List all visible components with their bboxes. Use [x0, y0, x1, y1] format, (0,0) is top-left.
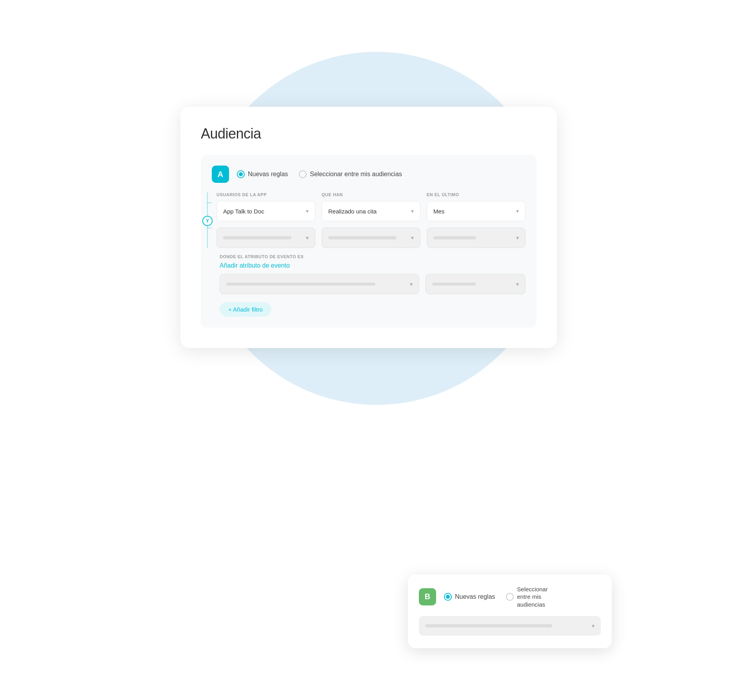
- radio-mis-audiencias-b[interactable]: Seleccionar entre mis audiencias: [506, 585, 561, 609]
- add-filter-button[interactable]: + Añadir filtro: [220, 302, 271, 317]
- placeholder-bar-3: [433, 236, 476, 239]
- radio-circle-b-1: [444, 593, 452, 601]
- event-attr-placeholder-1: [226, 283, 375, 286]
- filter-col-2-2: ▾: [322, 228, 420, 248]
- radio-mis-audiencias-a[interactable]: Seleccionar entre mis audiencias: [299, 170, 402, 178]
- group-b-header: B Nuevas reglas Seleccionar entre mis au…: [419, 585, 601, 609]
- group-b-select[interactable]: ▾: [419, 616, 601, 636]
- horizontal-connector-1: [207, 202, 212, 203]
- group-b-chevron: ▾: [592, 623, 595, 629]
- event-attr-chevron-2: ▾: [516, 281, 519, 287]
- filter-label-ultimo: EN EL ÚLTIMO: [427, 192, 526, 197]
- radio-label-a-2: Seleccionar entre mis audiencias: [310, 171, 402, 178]
- action-select[interactable]: Realizado una cita ▾: [322, 201, 420, 221]
- action-select-chevron: ▾: [411, 208, 414, 214]
- empty-select-1[interactable]: ▾: [216, 228, 315, 248]
- app-select[interactable]: App Talk to Doc ▾: [216, 201, 315, 221]
- event-attr-col-2: ▾: [426, 274, 526, 294]
- event-attr-col-1: ▾: [220, 274, 419, 294]
- radio-nuevas-reglas-a[interactable]: Nuevas reglas: [237, 170, 288, 178]
- placeholder-bar-2: [328, 236, 397, 239]
- event-attr-label: DONDE EL ATRIBUTO DE EVENTO ES: [220, 254, 526, 259]
- filter-col-2-1: ▾: [216, 228, 315, 248]
- event-attr-section: DONDE EL ATRIBUTO DE EVENTO ES Añadir at…: [220, 254, 526, 294]
- empty-select-2[interactable]: ▾: [322, 228, 420, 248]
- filter-label-que-han: QUE HAN: [322, 192, 420, 197]
- horizontal-connector-2: [207, 228, 212, 228]
- event-attr-placeholder-2: [432, 283, 475, 286]
- group-b-badge: B: [419, 588, 436, 605]
- app-select-value: App Talk to Doc: [223, 208, 264, 215]
- empty-select-3[interactable]: ▾: [427, 228, 526, 248]
- filter-row-2: ▾ ▾ ▾: [216, 228, 526, 248]
- group-a-badge: A: [212, 166, 229, 183]
- placeholder-bar-1: [223, 236, 291, 239]
- radio-circle-a-1: [237, 170, 245, 178]
- y-connector-label: Y: [202, 216, 213, 226]
- filter-col-1-3: EN EL ÚLTIMO Mes ▾: [427, 192, 526, 221]
- group-b-placeholder-bar: [425, 624, 552, 627]
- event-attr-row: ▾ ▾: [220, 274, 526, 294]
- event-attr-chevron-1: ▾: [410, 281, 413, 287]
- event-attr-select-2[interactable]: ▾: [426, 274, 526, 294]
- empty-chevron-3: ▾: [516, 235, 519, 241]
- time-select[interactable]: Mes ▾: [427, 201, 526, 221]
- filter-col-1-1: USUARIOS DE LA APP App Talk to Doc ▾: [216, 192, 315, 221]
- add-event-attr-link[interactable]: Añadir atributo de evento: [220, 262, 526, 269]
- event-attr-select-1[interactable]: ▾: [220, 274, 419, 294]
- action-select-value: Realizado una cita: [328, 208, 376, 215]
- group-a-radio-group: Nuevas reglas Seleccionar entre mis audi…: [237, 170, 402, 178]
- page-title: Audiencia: [201, 126, 537, 142]
- filter-row-1: USUARIOS DE LA APP App Talk to Doc ▾ QUE…: [216, 192, 526, 221]
- time-select-value: Mes: [433, 208, 444, 215]
- empty-chevron-1: ▾: [306, 235, 309, 241]
- time-select-chevron: ▾: [516, 208, 519, 214]
- group-a-card: A Nuevas reglas Seleccionar entre mis au…: [201, 155, 537, 328]
- app-select-chevron: ▾: [306, 208, 309, 214]
- radio-label-a-1: Nuevas reglas: [248, 171, 288, 178]
- radio-nuevas-reglas-b[interactable]: Nuevas reglas: [444, 593, 495, 601]
- empty-chevron-2: ▾: [411, 235, 414, 241]
- filter-col-1-2: QUE HAN Realizado una cita ▾: [322, 192, 420, 221]
- scene: Audiencia A Nuevas reglas Seleccionar en…: [157, 36, 596, 664]
- group-a-header: A Nuevas reglas Seleccionar entre mis au…: [212, 166, 526, 183]
- group-b-card: B Nuevas reglas Seleccionar entre mis au…: [408, 574, 612, 649]
- filter-label-app: USUARIOS DE LA APP: [216, 192, 315, 197]
- filter-rows-section: USUARIOS DE LA APP App Talk to Doc ▾ QUE…: [212, 192, 526, 248]
- radio-circle-b-2: [506, 593, 514, 601]
- radio-circle-a-2: [299, 170, 307, 178]
- radio-label-b-2: Seleccionar entre mis audiencias: [517, 585, 561, 609]
- radio-label-b-1: Nuevas reglas: [455, 593, 495, 600]
- filter-col-2-3: ▾: [427, 228, 526, 248]
- main-card: Audiencia A Nuevas reglas Seleccionar en…: [180, 107, 557, 348]
- group-b-radio-group: Nuevas reglas Seleccionar entre mis audi…: [444, 585, 561, 609]
